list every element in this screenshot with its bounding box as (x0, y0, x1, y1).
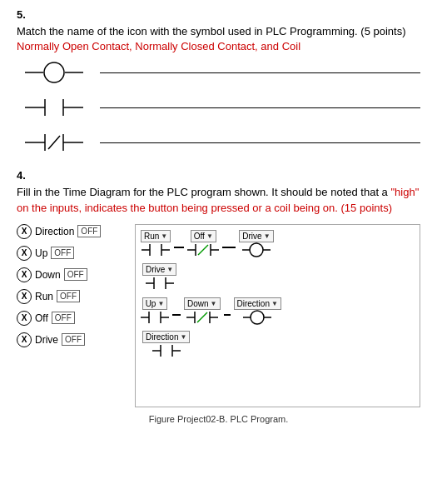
drive-branch-dropdown[interactable]: Drive ▼ (142, 263, 176, 276)
no-symbol-container (17, 96, 92, 119)
direction-coil-symbol (243, 310, 271, 325)
rung2: Drive ▼ (142, 263, 176, 291)
down-dropdown[interactable]: Down ▼ (184, 297, 221, 310)
question4-section: 4. Fill in the Time Diagram for the PLC … (17, 169, 420, 423)
q4-text-before: Fill in the Time Diagram for the PLC pro… (17, 186, 390, 198)
off-badge-down: OFF (64, 268, 87, 281)
direction-coil-dropdown[interactable]: Direction ▼ (234, 297, 281, 310)
drive-branch-arrow: ▼ (166, 266, 173, 273)
input-label-drive: Drive (35, 334, 58, 346)
up-arrow: ▼ (157, 300, 164, 307)
run-dropdown[interactable]: Run ▼ (141, 230, 171, 242)
input-row-drive: X Drive OFF (17, 332, 125, 347)
drive-branch-label: Drive (146, 265, 165, 274)
svg-line-9 (48, 136, 60, 149)
drive-dropdown[interactable]: Drive ▼ (239, 230, 273, 242)
q5-subtext: Normally Open Contact, Normally Closed C… (17, 40, 300, 52)
symbol-row-no (17, 96, 420, 119)
direction-coil-label: Direction (237, 299, 270, 308)
off-badge-off: OFF (52, 312, 75, 324)
direction-branch-label: Direction (146, 332, 178, 342)
drive-coil: Drive ▼ (239, 230, 273, 257)
up-contact: Up ▼ (141, 297, 169, 325)
input-label-direction: Direction (35, 226, 74, 237)
input-row-direction: X Direction OFF (17, 224, 125, 239)
symbol-row-coil (17, 61, 420, 84)
drive-no-symbol (146, 276, 174, 291)
off-badge-drive: OFF (62, 333, 85, 346)
run-arrow: ▼ (161, 232, 167, 240)
down-label: Down (187, 299, 209, 308)
coil-svg (25, 61, 83, 84)
direction-no-symbol (152, 343, 181, 358)
svg-point-22 (250, 243, 263, 257)
direction-branch-arrow: ▼ (180, 333, 186, 341)
down-nc-symbol (186, 310, 218, 325)
coil-symbol-container (17, 61, 92, 84)
input-row-off: X Off OFF (17, 311, 125, 326)
symbol-row-nc (17, 131, 420, 154)
question5-section: 5. Match the name of the icon with the s… (17, 8, 420, 154)
time-diagram-layout: X Direction OFF X Up OFF X Down OFF X Ru… (17, 224, 420, 407)
direction-coil: Direction ▼ (234, 297, 281, 325)
off-contact: Off ▼ (187, 230, 219, 257)
off-dropdown[interactable]: Off ▼ (191, 230, 216, 242)
off-badge-run: OFF (57, 290, 80, 302)
up-no-symbol (141, 310, 169, 325)
q4-text-after: on the inputs, indicates the button bein… (17, 202, 392, 214)
x-circle-off: X (17, 311, 32, 326)
svg-line-34 (197, 312, 207, 322)
run-label: Run (144, 232, 159, 241)
rung1-line2 (222, 247, 236, 248)
drive-label: Drive (242, 232, 261, 241)
off-nc-symbol (187, 242, 219, 257)
coil-line (100, 72, 420, 73)
drive-arrow: ▼ (264, 232, 271, 240)
input-row-up: X Up OFF (17, 246, 125, 261)
rung3-line1 (172, 314, 181, 316)
rung1-line1 (174, 247, 184, 248)
direction-coil-arrow: ▼ (271, 300, 278, 307)
direction-branch-dropdown[interactable]: Direction ▼ (142, 331, 190, 343)
down-arrow: ▼ (211, 300, 217, 307)
rung3: Up ▼ Down ▼ (141, 297, 415, 325)
input-label-up: Up (35, 247, 47, 259)
input-label-down: Down (35, 269, 61, 281)
input-list: X Direction OFF X Up OFF X Down OFF X Ru… (17, 224, 125, 407)
q5-text: Match the name of the icon with the symb… (17, 24, 420, 54)
nc-symbol-container (17, 131, 92, 154)
run-contact: Run ▼ (141, 230, 171, 257)
input-label-off: Off (35, 312, 48, 324)
off-badge-up: OFF (51, 247, 74, 259)
nc-contact-svg (25, 131, 83, 154)
rung3-line2 (224, 314, 231, 316)
no-contact-svg (25, 96, 83, 119)
svg-point-1 (44, 62, 64, 82)
x-circle-down: X (17, 267, 32, 282)
run-no-symbol (142, 242, 170, 257)
figure-caption: Figure Project02-B. PLC Program. (17, 414, 420, 424)
q4-text: Fill in the Time Diagram for the PLC pro… (17, 185, 420, 215)
input-row-run: X Run OFF (17, 289, 125, 304)
svg-line-18 (198, 245, 208, 255)
input-label-run: Run (35, 291, 53, 302)
up-dropdown[interactable]: Up ▼ (142, 297, 168, 310)
nc-contact-line (100, 142, 420, 143)
up-label: Up (146, 299, 156, 308)
off-arrow: ▼ (206, 232, 213, 240)
rung1: Run ▼ Off ▼ (141, 230, 415, 257)
ladder-diagram: Run ▼ Off ▼ (135, 224, 420, 407)
input-row-down: X Down OFF (17, 267, 125, 282)
q4-number: 4. (17, 169, 420, 182)
off-label: Off (194, 232, 205, 241)
x-circle-drive: X (17, 332, 32, 347)
rung4: Direction ▼ (142, 331, 190, 358)
x-circle-direction: X (17, 224, 32, 239)
off-badge-direction: OFF (77, 225, 101, 237)
x-circle-run: X (17, 289, 32, 304)
q5-main-text: Match the name of the icon with the symb… (17, 25, 406, 37)
svg-point-38 (251, 311, 264, 324)
down-contact: Down ▼ (184, 297, 221, 325)
no-contact-line (100, 107, 420, 108)
q5-number: 5. (17, 8, 420, 21)
